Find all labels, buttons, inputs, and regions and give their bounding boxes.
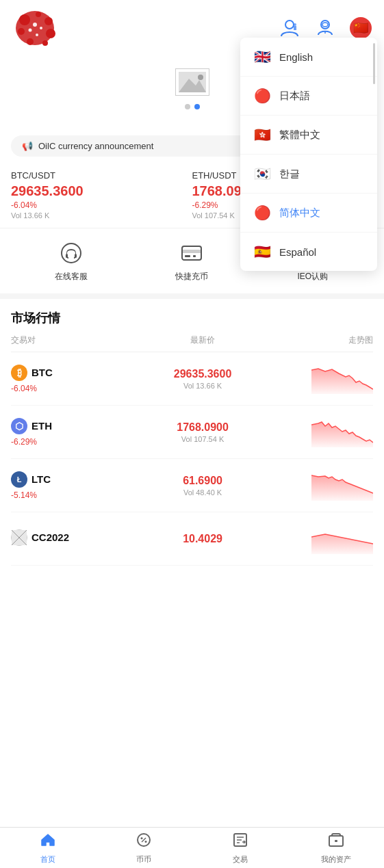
market-section: 市场行情 交易对 最新价 走势图 ₿ BTC -6.04% 29635.3600… [0,299,384,566]
language-dropdown: 🇬🇧 English 🔴 日本語 🇭🇰 繁體中文 🇰🇷 한글 🔴 简体中文 🇪🇸… [240,38,377,271]
bottom-nav: 首页 币币 交易 [0,827,384,868]
assets-nav-label: 我的资产 [321,854,351,865]
svg-point-4 [46,29,55,38]
svg-rect-29 [193,255,196,257]
btc-market-vol: Vol 13.66 K [139,382,267,390]
customer-service-icon[interactable] [313,16,337,40]
ltc-market-vol: Vol 48.40 K [139,488,267,497]
quick-action-customer-service[interactable]: 在线客服 [11,239,131,282]
btc-vol: Vol 13.66 K [11,211,192,220]
market-row-cc[interactable]: CC2022 10.4029 [11,512,373,566]
nav-trade[interactable]: 交易 [192,832,288,865]
svg-point-7 [42,40,48,46]
nav-coin[interactable]: 币币 [96,832,192,865]
market-col-price: 最新价 [139,334,267,346]
ltc-market-change: -5.14% [11,490,139,500]
btc-ticker[interactable]: BTC/USDT 29635.3600 -6.04% Vol 13.66 K [11,170,192,220]
market-row-eth-left: ⬡ ETH -6.29% [11,418,139,447]
market-row-ltc[interactable]: Ł LTC -5.14% 61.6900 Vol 48.40 K [11,459,373,512]
btc-change: -6.04% [11,200,192,210]
svg-point-13 [294,23,296,26]
market-row-btc-right [266,363,373,394]
dot-2[interactable] [194,104,200,109]
svg-point-8 [33,23,37,27]
quick-action-customer-service-label: 在线客服 [55,271,88,282]
eth-market-change: -6.29% [11,437,139,447]
korean-label: 한글 [279,168,300,181]
svg-point-22 [198,75,203,80]
market-row-cc-center: 10.4029 [139,533,267,545]
market-row-ltc-right [266,470,373,501]
svg-point-5 [36,12,41,17]
lang-item-korean[interactable]: 🇰🇷 한글 [240,155,377,194]
market-row-ltc-center: 61.6900 Vol 48.40 K [139,475,267,497]
market-row-eth[interactable]: ⬡ ETH -6.29% 1768.0900 Vol 107.54 K [11,406,373,459]
btc-market-change: -6.04% [11,384,139,393]
lang-item-traditional-chinese[interactable]: 🇭🇰 繁體中文 [240,116,377,155]
market-row-btc[interactable]: ₿ BTC -6.04% 29635.3600 Vol 13.66 K [11,352,373,406]
svg-point-2 [44,17,53,25]
eth-chart [311,417,373,447]
btc-market-price: 29635.3600 [139,368,267,380]
ltc-name: Ł LTC [11,471,139,488]
simplified-chinese-label: 简体中文 [279,207,320,220]
banner-dots [185,104,200,109]
svg-rect-27 [182,250,201,253]
quick-action-recharge[interactable]: 快捷充币 [131,239,252,282]
lang-item-spanish[interactable]: 🇪🇸 Español [240,233,377,271]
ltc-chart [311,470,373,501]
cc-name: CC2022 [11,529,139,546]
lang-item-japanese[interactable]: 🔴 日本語 [240,77,377,116]
ltc-market-price: 61.6900 [139,475,267,487]
lang-item-simplified-chinese[interactable]: 🔴 简体中文 [240,194,377,233]
market-row-cc-left: CC2022 [11,529,139,549]
trade-nav-label: 交易 [233,854,248,865]
market-row-btc-center: 29635.3600 Vol 13.66 K [139,368,267,390]
market-title: 市场行情 [11,310,373,326]
btc-chart [311,363,373,394]
english-label: English [279,51,313,63]
nav-home[interactable]: 首页 [0,832,96,865]
market-row-btc-left: ₿ BTC -6.04% [11,365,139,393]
btc-price: 29635.3600 [11,183,192,199]
market-row-eth-right [266,417,373,447]
spanish-label: Español [279,246,316,258]
korean-flag: 🇰🇷 [254,166,271,182]
hk-flag: 🇭🇰 [254,127,271,143]
nav-assets[interactable]: 我的资产 [288,832,384,865]
ltc-coin-icon: Ł [11,471,27,488]
quick-action-recharge-label: 快捷充币 [175,271,208,282]
language-flag-icon[interactable]: 🇨🇳 [348,16,373,40]
announcement-text: OilC currency announcement [38,141,153,151]
home-nav-icon [40,832,56,852]
coin-nav-label: 币币 [136,854,151,865]
svg-rect-18 [322,23,328,27]
market-header: 交易对 最新价 走势图 [11,334,373,352]
dot-1[interactable] [185,104,190,109]
btc-name: ₿ BTC [11,365,139,381]
market-row-cc-right [266,523,373,554]
customer-service-action-icon [57,239,85,267]
lang-item-english[interactable]: 🇬🇧 English [240,38,377,77]
svg-point-40 [145,841,147,843]
home-nav-label: 首页 [40,854,55,865]
banner-image [175,68,209,96]
japanese-flag: 🔴 [254,88,271,104]
profile-icon[interactable] [277,16,302,40]
svg-point-6 [27,38,34,45]
svg-point-23 [62,244,81,263]
svg-rect-25 [75,254,77,258]
svg-point-9 [29,29,32,32]
cc-chart [311,523,373,554]
svg-rect-28 [185,255,190,257]
eth-coin-icon: ⬡ [11,418,27,434]
svg-point-3 [18,28,25,35]
trade-nav-icon [232,832,248,852]
spanish-flag: 🇪🇸 [254,244,271,260]
market-col-pair: 交易对 [11,334,139,346]
japanese-label: 日本語 [279,90,310,103]
market-row-eth-center: 1768.0900 Vol 107.54 K [139,421,267,443]
recharge-action-icon [178,239,205,267]
svg-point-10 [40,27,42,29]
quick-action-ieo-label: IEO认购 [297,271,328,282]
